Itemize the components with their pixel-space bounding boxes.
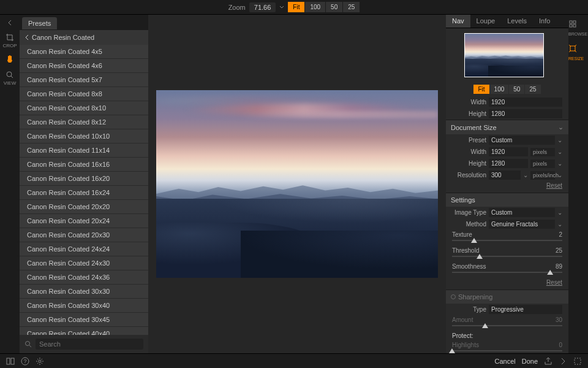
doc-size-reset[interactable]: Reset — [446, 181, 568, 193]
presets-category-header[interactable]: Canon Resin Coated — [20, 30, 148, 45]
zoom-50-button[interactable]: 50 — [326, 2, 342, 12]
preset-item[interactable]: Canon Resin Coated 24x24 — [20, 242, 148, 256]
height-label: Height — [452, 110, 486, 117]
preset-item[interactable]: Canon Resin Coated 8x12 — [20, 115, 148, 129]
method-select[interactable]: Genuine Fractals — [489, 220, 555, 229]
zoom-fit-button[interactable]: Fit — [288, 2, 304, 12]
settings-header[interactable]: Settings — [446, 193, 568, 207]
nav-zoom-50[interactable]: 50 — [509, 85, 524, 94]
chevron-down-icon[interactable]: ⌄ — [557, 148, 562, 155]
hand-tool[interactable] — [6, 55, 14, 64]
smoothness-label: Smoothness — [452, 263, 486, 270]
svg-rect-6 — [570, 46, 575, 51]
zoom-label: Zoom — [228, 4, 246, 11]
presets-list[interactable]: Canon Resin Coated 4x5Canon Resin Coated… — [20, 45, 148, 335]
preset-item[interactable]: Canon Resin Coated 16x24 — [20, 186, 148, 200]
tab-loupe[interactable]: Loupe — [470, 15, 502, 28]
preset-select[interactable]: Custom — [489, 136, 555, 145]
image-preview — [156, 90, 438, 278]
chevron-down-icon[interactable]: ⌄ — [523, 172, 528, 178]
preset-item[interactable]: Canon Resin Coated 16x16 — [20, 158, 148, 172]
sharp-type-select[interactable]: Progressive — [489, 305, 562, 314]
tab-nav[interactable]: Nav — [446, 15, 470, 28]
texture-slider[interactable] — [452, 240, 562, 241]
zoom-100-button[interactable]: 100 — [305, 2, 325, 12]
tab-levels[interactable]: Levels — [501, 15, 533, 28]
preset-item[interactable]: Canon Resin Coated 4x6 — [20, 59, 148, 73]
dual-view-icon[interactable] — [6, 357, 15, 366]
smoothness-slider[interactable] — [452, 272, 562, 273]
preset-item[interactable]: Canon Resin Coated 20x20 — [20, 200, 148, 214]
height-unit-select[interactable]: pixels — [530, 159, 555, 168]
navigator-preview — [446, 28, 568, 82]
preset-item[interactable]: Canon Resin Coated 24x36 — [20, 270, 148, 285]
preset-item[interactable]: Canon Resin Coated 24x30 — [20, 256, 148, 270]
left-tool-rail: CROP VIEW — [0, 15, 20, 353]
canvas[interactable] — [148, 15, 446, 353]
svg-text:?: ? — [23, 358, 26, 364]
zoom-button-group: Fit 100 50 25 — [288, 2, 360, 12]
resize-tool[interactable]: RESIZE — [568, 44, 588, 61]
tab-info[interactable]: Info — [533, 15, 556, 28]
amount-slider[interactable] — [452, 325, 562, 326]
preset-item[interactable]: Canon Resin Coated 20x24 — [20, 214, 148, 228]
chevron-down-icon[interactable]: ⌄ — [557, 209, 562, 216]
height-value[interactable]: 1280 — [489, 109, 562, 118]
sharpening-header[interactable]: Sharpening — [446, 289, 568, 304]
zoom-value[interactable]: 71.66 — [249, 2, 276, 12]
svg-point-0 — [7, 72, 12, 77]
res-unit-select[interactable]: pixels/inch — [530, 171, 555, 180]
protect-label: Protect: — [452, 332, 473, 339]
chevron-down-icon[interactable]: ⌄ — [557, 137, 562, 144]
preset-item[interactable]: Canon Resin Coated 16x20 — [20, 172, 148, 186]
highlights-slider[interactable] — [452, 350, 562, 351]
preset-item[interactable]: Canon Resin Coated 4x5 — [20, 45, 148, 59]
chevron-down-icon[interactable]: ⌄ — [557, 221, 562, 228]
width-value[interactable]: 1920 — [489, 98, 562, 107]
nav-zoom-25[interactable]: 25 — [525, 85, 540, 94]
doc-width-input[interactable]: 1920 — [489, 147, 528, 156]
view-tool[interactable]: VIEW — [4, 71, 16, 86]
preset-item[interactable]: Canon Resin Coated 30x45 — [20, 313, 148, 327]
width-label: Width — [452, 99, 486, 105]
search-input[interactable] — [36, 339, 143, 350]
preset-item[interactable]: Canon Resin Coated 30x40 — [20, 299, 148, 313]
preset-item[interactable]: Canon Resin Coated 20x30 — [20, 228, 148, 242]
preset-item[interactable]: Canon Resin Coated 10x10 — [20, 129, 148, 144]
zoom-25-button[interactable]: 25 — [343, 2, 360, 12]
done-button[interactable]: Done — [522, 358, 538, 365]
threshold-slider[interactable] — [452, 256, 562, 257]
presets-tab[interactable]: Presets — [22, 17, 57, 30]
browse-tool[interactable]: BROWSE — [568, 20, 588, 37]
right-panel-scroll[interactable]: Width1920 Height1280 Document Size⌄ Pres… — [446, 96, 568, 353]
width-unit-select[interactable]: pixels — [530, 148, 555, 156]
preset-item[interactable]: Canon Resin Coated 8x8 — [20, 87, 148, 101]
imgtype-select[interactable]: Custom — [489, 208, 555, 217]
collapse-button[interactable] — [7, 20, 13, 27]
chevron-down-icon[interactable]: ⌄ — [557, 172, 562, 178]
toggle-icon[interactable] — [451, 294, 456, 299]
nav-zoom-fit[interactable]: Fit — [473, 85, 489, 94]
nav-zoom-100[interactable]: 100 — [490, 85, 509, 94]
doc-height-input[interactable]: 1280 — [489, 159, 528, 168]
cancel-button[interactable]: Cancel — [494, 358, 515, 365]
search-icon — [24, 340, 32, 348]
preset-item[interactable]: Canon Resin Coated 11x14 — [20, 144, 148, 158]
settings-reset[interactable]: Reset — [446, 278, 568, 289]
chevron-down-icon[interactable] — [279, 5, 284, 10]
navigator-thumbnail[interactable] — [464, 33, 544, 77]
right-tabs: Nav Loupe Levels Info — [446, 15, 568, 28]
chevron-right-icon[interactable] — [559, 357, 567, 366]
document-size-header[interactable]: Document Size⌄ — [446, 120, 568, 134]
preset-item[interactable]: Canon Resin Coated 30x30 — [20, 285, 148, 299]
chevron-down-icon[interactable]: ⌄ — [557, 160, 562, 167]
preset-item[interactable]: Canon Resin Coated 5x7 — [20, 73, 148, 87]
crop-tool[interactable]: CROP — [2, 33, 17, 48]
resolution-input[interactable]: 300 — [489, 171, 521, 180]
preset-item[interactable]: Canon Resin Coated 40x40 — [20, 327, 148, 335]
expand-icon[interactable] — [573, 357, 582, 366]
preset-item[interactable]: Canon Resin Coated 8x10 — [20, 101, 148, 115]
share-icon[interactable] — [544, 357, 552, 366]
gear-icon[interactable] — [36, 357, 44, 366]
help-icon[interactable]: ? — [21, 357, 29, 366]
